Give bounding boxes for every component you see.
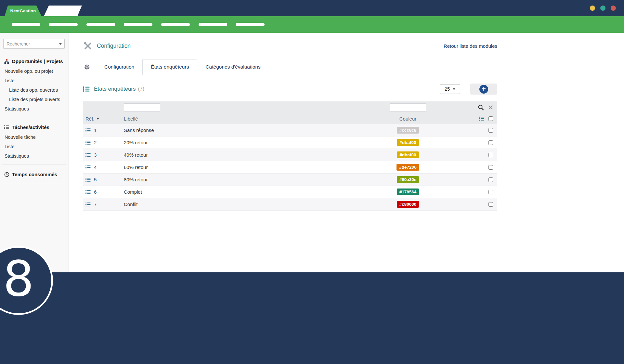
list-icon [83, 86, 90, 92]
row-checkbox[interactable] [488, 190, 493, 194]
clock-icon [4, 172, 9, 177]
row-checkbox[interactable] [488, 128, 493, 133]
row-ref[interactable]: 1 [94, 127, 97, 133]
filter-couleur-input[interactable] [390, 103, 426, 111]
nav-pill[interactable] [199, 23, 227, 26]
row-checkbox[interactable] [488, 177, 493, 182]
header-ref-label: Réf. [85, 116, 95, 122]
row-ref[interactable]: 5 [94, 177, 97, 182]
list-title: États enquêteurs [94, 86, 136, 92]
row-detail-icon[interactable] [85, 177, 91, 182]
plus-icon: + [479, 85, 488, 94]
row-ref[interactable]: 3 [94, 152, 97, 158]
sidebar-item-statistiques-opp[interactable]: Statistiques [0, 104, 69, 114]
row-libelle: 40% retour [124, 152, 358, 158]
sidebar-section-taches: Tâches/activités [0, 121, 69, 133]
bottom-bar [0, 272, 624, 364]
sidebar-item-nouvelle-tache[interactable]: Nouvelle tâche [0, 133, 69, 142]
nav-pill[interactable] [86, 23, 115, 26]
list-count: (7) [138, 86, 145, 92]
nav-pill[interactable] [12, 23, 40, 26]
color-badge: #de7206 [396, 164, 419, 171]
table-row: 4 60% retour #de7206 [83, 161, 497, 174]
main-nav-bar [0, 16, 624, 33]
teal-dot-button[interactable] [600, 6, 605, 11]
select-all-checkbox[interactable] [488, 116, 493, 121]
sidebar-item-nouvelle-opp[interactable]: Nouvelle opp. ou projet [0, 67, 69, 76]
yellow-dot-button[interactable] [590, 6, 595, 11]
sort-desc-icon [97, 118, 99, 120]
page-size-select[interactable]: 25 [440, 84, 460, 94]
table-row: 3 40% retour #dbaf00 [83, 149, 497, 161]
row-libelle: 20% retour [124, 140, 358, 145]
row-checkbox[interactable] [488, 202, 493, 207]
search-icon[interactable] [478, 104, 484, 110]
color-badge: #c80000 [397, 201, 419, 208]
sidebar-section-temps[interactable]: Temps consommés [0, 168, 69, 180]
brand-label: NextGestion [10, 8, 36, 13]
row-libelle: Complet [124, 189, 358, 195]
row-detail-icon[interactable] [85, 140, 91, 145]
table-row: 7 Conflit #c80000 [83, 198, 497, 211]
color-badge: #ccc8c8 [397, 127, 419, 134]
sidebar-item-liste-opp[interactable]: Liste [0, 76, 69, 85]
row-ref[interactable]: 6 [94, 189, 97, 195]
row-checkbox[interactable] [488, 165, 493, 170]
sidebar-search [3, 39, 65, 49]
row-detail-icon[interactable] [85, 165, 91, 170]
tab-etats-enqueteurs[interactable]: États enquêteurs [142, 59, 197, 75]
sidebar-section-opportunites: Opportunités | Projets [0, 55, 69, 67]
header-couleur[interactable]: Couleur [358, 116, 458, 122]
add-button[interactable]: + [470, 84, 497, 95]
sidebar-item-statistiques-taches[interactable]: Statistiques [0, 151, 69, 161]
search-input[interactable] [3, 39, 65, 49]
blank-tab [44, 6, 82, 16]
window-buttons [590, 6, 616, 11]
row-libelle: Conflit [124, 202, 358, 207]
brand-tab[interactable]: NextGestion [5, 6, 42, 16]
nav-pill[interactable] [49, 23, 78, 26]
list-icon[interactable] [479, 116, 484, 121]
row-detail-icon[interactable] [85, 128, 91, 133]
gear-icon [84, 64, 90, 70]
row-detail-icon[interactable] [85, 153, 91, 157]
row-checkbox[interactable] [488, 153, 493, 157]
nav-pill[interactable] [236, 23, 265, 26]
page-title: Configuration [97, 43, 131, 49]
table-row: 2 20% retour #dbaf00 [83, 136, 497, 149]
color-badge: #80a30e [397, 176, 419, 183]
nav-pill[interactable] [124, 23, 152, 26]
sidebar-item-liste-opp-ouvertes[interactable]: Liste des opp. ouvertes [0, 85, 69, 95]
top-bar: NextGestion [0, 0, 624, 16]
section-title: Opportunités | Projets [12, 58, 63, 64]
main-content: Configuration Retour liste des modules C… [69, 33, 624, 272]
row-checkbox[interactable] [488, 140, 493, 145]
row-detail-icon[interactable] [85, 190, 91, 194]
sitemap-icon [4, 59, 9, 64]
app-window: NextGestion [0, 0, 624, 364]
filter-row [83, 101, 497, 113]
row-detail-icon[interactable] [85, 202, 91, 207]
header-libelle[interactable]: Libellé [124, 116, 358, 122]
tab-configuration[interactable]: Configuration [96, 59, 142, 75]
sidebar-item-liste-taches[interactable]: Liste [0, 142, 69, 151]
chevron-down-icon[interactable] [59, 43, 62, 45]
sidebar: Opportunités | Projets Nouvelle opp. ou … [0, 33, 69, 272]
row-ref[interactable]: 4 [94, 164, 97, 170]
sidebar-item-liste-projets-ouverts[interactable]: Liste des projets ouverts [0, 95, 69, 104]
tab-categories-evaluations[interactable]: Catégories d'évaluations [197, 59, 268, 75]
row-ref[interactable]: 7 [94, 202, 97, 207]
tasks-icon [4, 125, 9, 129]
row-ref[interactable]: 2 [94, 140, 97, 145]
row-libelle: 80% retour [124, 177, 358, 182]
nav-pill[interactable] [161, 23, 190, 26]
table-row: 1 Sans réponse #ccc8c8 [83, 124, 497, 136]
divider [2, 164, 66, 164]
red-dot-button[interactable] [611, 6, 616, 11]
section-title: Temps consommés [12, 172, 57, 177]
close-icon[interactable] [488, 105, 493, 110]
filter-libelle-input[interactable] [124, 103, 160, 111]
back-to-modules-link[interactable]: Retour liste des modules [444, 43, 497, 49]
tab-bar: Configuration États enquêteurs Catégorie… [83, 59, 497, 75]
header-ref[interactable]: Réf. [83, 116, 124, 122]
